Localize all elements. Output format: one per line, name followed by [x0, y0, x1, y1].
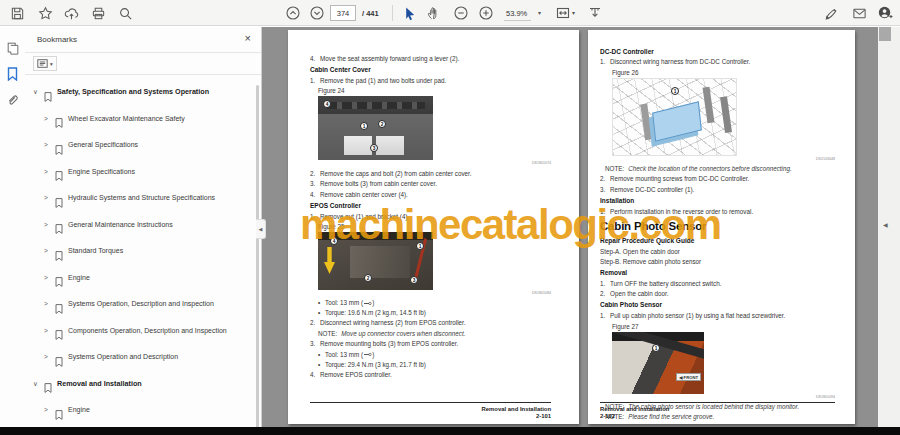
- collapse-panel-button[interactable]: ◀: [256, 219, 266, 239]
- chevron-right-icon[interactable]: >: [44, 167, 55, 176]
- step-number: 1.: [600, 312, 610, 319]
- step-number: 4.: [310, 55, 320, 62]
- procedure-step: 1.Turn OFF the battery disconnect switch…: [600, 280, 835, 287]
- tool-bullet: •Torque: 19.6 N.m (2 kg.m, 14.5 ft lb): [318, 309, 551, 316]
- share-icon[interactable]: [62, 4, 80, 22]
- note-text: Check the location of the connectors bef…: [628, 165, 791, 172]
- step-text: Move the seat assembly forward using a l…: [320, 55, 459, 62]
- close-icon[interactable]: ×: [245, 32, 251, 44]
- step-text: Disconnect wiring harness (2) from EPOS …: [320, 319, 466, 326]
- zoom-in-icon[interactable]: [477, 4, 495, 22]
- callout-1: 1: [360, 122, 368, 130]
- callout-1: 1: [671, 87, 679, 95]
- procedure-step: 4.Remove cabin center cover (4).: [310, 191, 551, 198]
- bookmark-label: Engine: [68, 405, 90, 414]
- page-number-input[interactable]: [330, 5, 356, 21]
- vertical-scrollbar-thumb[interactable]: [879, 27, 891, 41]
- note-line: NOTE:Move up connector covers when disco…: [318, 330, 551, 337]
- chevron-right-icon[interactable]: >: [44, 352, 55, 361]
- chevron-right-icon[interactable]: >: [44, 273, 55, 282]
- procedure-step: 3.Remove DC-DC controller (1).: [600, 186, 835, 193]
- next-page-icon[interactable]: [308, 4, 326, 22]
- procedure-step: 2.Remove the caps and bolt (2) from cabi…: [310, 170, 551, 177]
- fill-sign-icon[interactable]: [822, 4, 840, 22]
- zoom-out-icon[interactable]: [452, 4, 470, 22]
- figure-id: DS2103048: [612, 157, 835, 161]
- procedure-step: 3.Remove bolts (3) from cabin center cov…: [310, 180, 551, 187]
- zoom-dropdown-caret-icon[interactable]: ▾: [538, 9, 541, 16]
- panel-scrollbar[interactable]: [256, 85, 259, 435]
- note-prefix: NOTE:: [318, 330, 337, 337]
- bookmark-icon: [55, 220, 68, 239]
- chevron-right-icon[interactable]: >: [44, 405, 55, 414]
- bookmark-label: Safety, Specification and Systems Operat…: [57, 87, 209, 96]
- bookmark-item[interactable]: >Hydraulic Systems and Structure Specifi…: [25, 189, 261, 216]
- chevron-right-icon[interactable]: >: [44, 114, 55, 123]
- bookmark-options-button[interactable]: ▾: [33, 56, 57, 71]
- procedure-step: 2.Remove mounting screws from DC-DC Cont…: [600, 175, 835, 182]
- email-icon[interactable]: [850, 4, 868, 22]
- hand-tool-icon[interactable]: [424, 4, 442, 22]
- chevron-down-icon[interactable]: ∨: [33, 87, 44, 96]
- procedure-step: 1.Remove nut (1) and bracket (4).: [310, 213, 551, 220]
- bookmark-item[interactable]: >General Specifications: [25, 136, 261, 163]
- bookmark-item[interactable]: >Wheel Excavator Maintenance Safety: [25, 110, 261, 137]
- save-icon[interactable]: [8, 4, 26, 22]
- step-text: Remove bolts (3) from cabin center cover…: [320, 180, 437, 187]
- figure-label: Figure 25: [318, 223, 551, 230]
- chevron-right-icon[interactable]: >: [44, 220, 55, 229]
- expand-tools-button[interactable]: ◀: [883, 221, 888, 228]
- procedure-step: 1.Perform installation in the reverse or…: [600, 208, 835, 215]
- step-number: 1.: [310, 77, 320, 84]
- attachments-icon[interactable]: [4, 91, 21, 108]
- callout-3: 3: [370, 144, 378, 152]
- select-tool-icon[interactable]: [400, 4, 418, 22]
- chevron-right-icon[interactable]: >: [44, 140, 55, 149]
- bookmark-item[interactable]: >Engine: [25, 401, 261, 428]
- bookmarks-panel-icon[interactable]: [4, 65, 21, 82]
- bullet-dot: •: [318, 309, 325, 316]
- chevron-right-icon[interactable]: >: [44, 193, 55, 202]
- note-line: NOTE:Check the location of the connector…: [605, 165, 835, 172]
- fit-page-icon[interactable]: [554, 4, 572, 22]
- bookmark-item[interactable]: >Systems Operation and Description: [25, 348, 261, 375]
- step-number: 1.: [600, 58, 610, 65]
- bookmark-item[interactable]: ∨Removal and Installation: [25, 375, 261, 402]
- document-area[interactable]: 4.Move the seat assembly forward using a…: [262, 27, 878, 427]
- bookmark-label: Wheel Excavator Maintenance Safety: [68, 114, 185, 123]
- step-text: Remove mounting bolts (3) from EPOS cont…: [320, 340, 458, 347]
- bookmark-item[interactable]: >Engine: [25, 269, 261, 296]
- bookmark-item[interactable]: ∨Safety, Specification and Systems Opera…: [25, 83, 261, 110]
- callout-3: 3: [410, 276, 418, 284]
- previous-page-icon[interactable]: [284, 4, 302, 22]
- page-right-body: DC-DC Controller1.Disconnect wiring harn…: [600, 48, 835, 421]
- bookmark-item[interactable]: >General Maintenance Instructions: [25, 216, 261, 243]
- callout-1: 1: [652, 344, 660, 352]
- figure-25-image: 4123: [318, 232, 433, 290]
- pdf-reader-window: / 441 53.9% ▾ ▾: [0, 0, 900, 435]
- chevron-right-icon[interactable]: >: [44, 326, 55, 335]
- account-icon[interactable]: [876, 4, 894, 22]
- bookmark-item[interactable]: >Systems Operation, Description and Insp…: [25, 295, 261, 322]
- bottom-bar: [0, 427, 900, 435]
- bookmark-item[interactable]: >Components Operation, Description and I…: [25, 322, 261, 349]
- fit-dropdown-caret-icon[interactable]: ▾: [572, 9, 575, 16]
- chevron-right-icon[interactable]: >: [44, 299, 55, 308]
- search-icon[interactable]: [116, 4, 134, 22]
- bookmark-icon: [55, 114, 68, 133]
- chevron-right-icon[interactable]: >: [44, 246, 55, 255]
- step-number: 1.: [310, 213, 320, 220]
- chevron-down-icon[interactable]: ∨: [33, 379, 44, 388]
- bookmark-item[interactable]: >Engine Specifications: [25, 163, 261, 190]
- star-icon[interactable]: [36, 4, 54, 22]
- bookmark-icon: [55, 273, 68, 292]
- print-icon[interactable]: [89, 4, 107, 22]
- zoom-level-value[interactable]: 53.9%: [504, 9, 531, 21]
- bullet-text: Tool: 13 mm (): [325, 299, 374, 306]
- right-panel-strip: ◀: [878, 27, 900, 427]
- bookmark-item[interactable]: >Standard Torques: [25, 242, 261, 269]
- scroll-mode-icon[interactable]: [586, 4, 604, 22]
- figure-24-image: 4123: [318, 96, 433, 160]
- bullet-dot: •: [318, 299, 325, 306]
- page-thumbnails-icon[interactable]: [4, 39, 21, 56]
